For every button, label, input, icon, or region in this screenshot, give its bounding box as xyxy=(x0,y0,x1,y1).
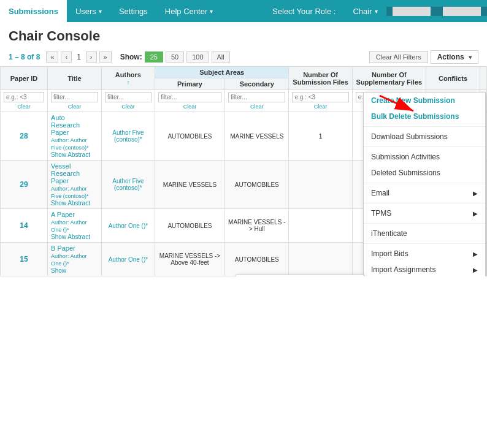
top-navigation: Submissions Users ▾ Settings Help Center… xyxy=(0,0,487,22)
nav-user-button[interactable] xyxy=(437,7,487,16)
cell-paper-id[interactable]: 15 xyxy=(1,243,48,276)
col-authors: Authors ↑ xyxy=(101,67,155,90)
submenu-submissions[interactable]: Submissions xyxy=(236,275,364,276)
paper-title-link[interactable]: A Paper xyxy=(51,211,75,218)
cell-secondary: AUTOMOBILES xyxy=(225,243,289,276)
col-primary: Primary xyxy=(155,78,224,90)
cell-secondary: MARINE VESSELS xyxy=(225,112,289,161)
filter-submission-files[interactable]: Clear xyxy=(289,90,352,112)
show-25-button[interactable]: 25 xyxy=(145,51,163,63)
nav-submissions[interactable]: Submissions xyxy=(0,0,67,22)
filter-secondary[interactable]: Clear xyxy=(225,90,289,112)
cell-title: VesselResearchPaperAuthor: Author Five (… xyxy=(48,161,102,209)
cell-paper-id[interactable]: 29 xyxy=(1,161,48,209)
cell-title: AutoResearchPaperAuthor: Author Five (co… xyxy=(48,112,102,161)
last-page-button[interactable]: » xyxy=(99,51,112,63)
export-excel-submenu: Submissions Camera Ready Submissions Rev… xyxy=(236,275,364,276)
nav-users[interactable]: Users ▾ xyxy=(67,0,110,22)
filter-title[interactable]: Clear xyxy=(48,90,102,112)
actions-button[interactable]: Actions ▾ xyxy=(431,50,478,64)
menu-import-bids[interactable]: Import Bids ▶ xyxy=(364,246,485,262)
cell-authors: Author One ()* xyxy=(101,209,155,243)
show-100-button[interactable]: 100 xyxy=(186,51,209,63)
caret-icon: ▾ xyxy=(375,8,378,15)
menu-ithenticate[interactable]: iThenticate xyxy=(364,226,485,241)
nav-role-label: Select Your Role : xyxy=(264,7,344,16)
first-page-button[interactable]: « xyxy=(46,51,58,63)
clear-filters-button[interactable]: Clear All Filters xyxy=(369,51,428,63)
col-conflicts: Conflicts xyxy=(426,67,480,90)
cell-paper-id[interactable]: 14 xyxy=(1,209,48,243)
actions-dropdown: Create New Submission Bulk Delete Submis… xyxy=(363,92,486,276)
record-count: 1 – 8 of 8 xyxy=(9,53,40,61)
sort-icon: ↑ xyxy=(126,79,129,86)
cell-authors: Author Five (contoso)* xyxy=(101,161,155,209)
paper-title-link[interactable]: VesselResearchPaper xyxy=(51,162,80,184)
paper-title-link[interactable]: AutoResearchPaper xyxy=(51,114,80,136)
show-all-button[interactable]: All xyxy=(212,51,230,63)
nav-user-search[interactable] xyxy=(386,7,437,16)
col-num-submission-files: Number Of Submission Files xyxy=(289,67,352,90)
cell-secondary: MARINE VESSELS -> Hull xyxy=(225,209,289,243)
show-label: Show: xyxy=(120,53,142,61)
cell-authors: Author One ()* xyxy=(101,243,155,276)
cell-paper-id[interactable]: 28 xyxy=(1,112,48,161)
cell-primary: MARINE VESSELS xyxy=(155,161,224,209)
cell-title: B PaperAuthor: Author One ()*Show xyxy=(48,243,102,276)
actions-caret-icon: ▾ xyxy=(469,54,472,61)
menu-email[interactable]: Email ▶ xyxy=(364,185,485,201)
col-subject-areas: Subject Areas xyxy=(155,67,289,78)
cell-submission-files xyxy=(289,243,352,276)
page-title: Chair Console xyxy=(0,22,487,48)
menu-deleted-submissions[interactable]: Deleted Submissions xyxy=(364,165,485,181)
filter-primary[interactable]: Clear xyxy=(155,90,224,112)
col-paper-id: Paper ID xyxy=(1,67,48,90)
menu-import-assignments[interactable]: Import Assignments ▶ xyxy=(364,262,485,276)
cell-title: A PaperAuthor: Author One ()*Show Abstra… xyxy=(48,209,102,243)
nav-settings[interactable]: Settings xyxy=(110,0,156,22)
menu-submission-activities[interactable]: Submission Activities xyxy=(364,149,485,165)
nav-help-center[interactable]: Help Center ▾ xyxy=(156,0,221,22)
menu-download-submissions[interactable]: Download Submissions xyxy=(364,129,485,145)
current-page: 1 xyxy=(74,53,83,61)
cell-submission-files xyxy=(289,161,352,209)
menu-tpms[interactable]: TPMS ▶ xyxy=(364,205,485,221)
paper-title-link[interactable]: B Paper xyxy=(51,245,75,252)
caret-icon: ▾ xyxy=(99,8,102,15)
filter-paper-id[interactable]: Clear xyxy=(1,90,48,112)
menu-create-submission[interactable]: Create New Submission xyxy=(364,93,485,108)
prev-page-button[interactable]: ‹ xyxy=(61,51,72,63)
col-secondary: Secondary xyxy=(225,78,289,90)
show-50-button[interactable]: 50 xyxy=(166,51,184,63)
col-num-supplementary-files: Number Of Supplementary Files xyxy=(352,67,426,90)
caret-icon: ▾ xyxy=(210,8,213,15)
cell-secondary: AUTOMOBILES xyxy=(225,161,289,209)
cell-authors: Author Five (contoso)* xyxy=(101,112,155,161)
cell-submission-files: 1 xyxy=(289,112,352,161)
cell-primary: MARINE VESSELS -> Above 40-feet xyxy=(155,243,224,276)
pagination-bar: 1 – 8 of 8 « ‹ 1 › » Show: 25 50 100 All… xyxy=(0,48,487,66)
menu-bulk-delete-submissions[interactable]: Bulk Delete Submissions xyxy=(364,108,485,124)
col-title: Title xyxy=(48,67,102,90)
cell-submission-files xyxy=(289,209,352,243)
cell-primary: AUTOMOBILES xyxy=(155,112,224,161)
cell-primary: AUTOMOBILES xyxy=(155,209,224,243)
nav-role-select[interactable]: Chair ▾ xyxy=(344,7,386,16)
next-page-button[interactable]: › xyxy=(86,51,97,63)
filter-authors[interactable]: Clear xyxy=(101,90,155,112)
col-extra xyxy=(480,67,486,90)
